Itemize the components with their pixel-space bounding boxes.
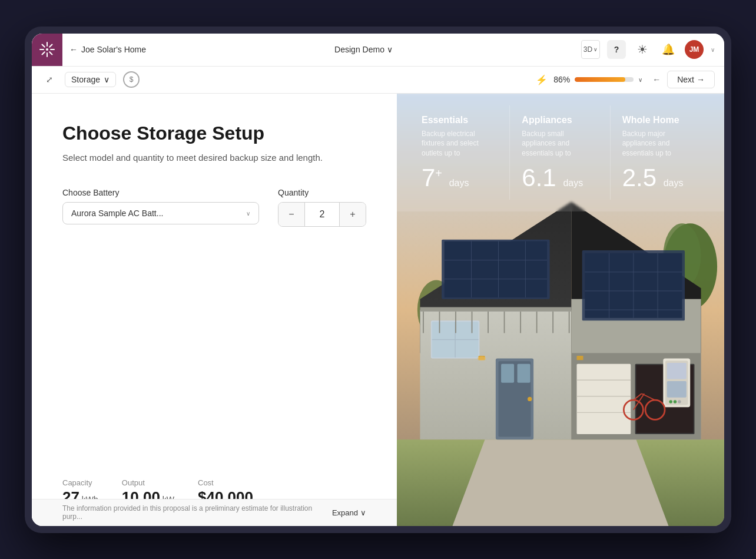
- dollar-icon-label: $: [130, 75, 134, 84]
- svg-point-31: [528, 396, 532, 401]
- sun-button[interactable]: ☀: [633, 40, 652, 59]
- backup-whole-home-days: 2.5 days: [622, 166, 699, 190]
- backup-essentials-title: Essentials: [422, 115, 499, 125]
- design-demo-chevron: ∨: [387, 45, 393, 54]
- top-nav: ← Joe Solar's Home Design Demo ∨ 3D ∨ ?: [32, 34, 724, 67]
- help-button[interactable]: ?: [607, 40, 626, 59]
- nav-right: 3D ∨ ? ☀ 🔔 JM ∨: [581, 40, 715, 59]
- minus-icon: −: [289, 209, 294, 220]
- output-label: Output: [122, 478, 174, 487]
- backup-appliances-desc: Backup small appliances and essentials u…: [522, 129, 599, 158]
- capacity-label: Capacity: [62, 478, 98, 487]
- battery-form-group: Choose Battery Aurora Sample AC Batt... …: [62, 188, 259, 227]
- svg-rect-78: [577, 355, 583, 359]
- svg-rect-65: [488, 311, 489, 333]
- backup-essentials-days: 7+ days: [422, 166, 499, 190]
- backup-whole-home-title: Whole Home: [622, 115, 699, 125]
- svg-point-58: [674, 400, 677, 403]
- svg-rect-62: [439, 311, 440, 333]
- svg-rect-23: [578, 365, 629, 432]
- svg-rect-32: [501, 363, 514, 382]
- expand-icon: ⤢: [46, 75, 53, 84]
- avatar-button[interactable]: JM: [685, 40, 704, 59]
- back-arrow-icon: ←: [69, 45, 78, 54]
- back-button[interactable]: ←: [648, 71, 665, 88]
- design-demo-label: Design Demo: [334, 45, 384, 54]
- svg-rect-63: [455, 311, 456, 333]
- svg-rect-39: [445, 241, 547, 297]
- svg-point-77: [478, 356, 486, 360]
- storage-dropdown[interactable]: Storage ∨: [65, 72, 116, 87]
- svg-line-6: [49, 52, 52, 54]
- svg-rect-56: [667, 381, 687, 398]
- expand-footer-icon: ∨: [360, 508, 366, 517]
- svg-rect-67: [520, 311, 521, 333]
- svg-line-5: [42, 45, 45, 47]
- svg-point-0: [46, 48, 48, 51]
- nav-center: Design Demo ∨: [146, 45, 581, 54]
- quantity-value: 2: [304, 202, 340, 227]
- battery-label: Choose Battery: [62, 188, 259, 197]
- left-panel: Choose Storage Setup Select model and qu…: [32, 94, 397, 526]
- expand-footer-button[interactable]: Expand ∨: [332, 508, 366, 517]
- main-content: Choose Storage Setup Select model and qu…: [32, 94, 724, 526]
- svg-point-59: [678, 400, 681, 403]
- svg-rect-33: [518, 363, 530, 382]
- svg-rect-60: [420, 307, 571, 311]
- three-d-label: 3D: [583, 45, 592, 54]
- avatar-initials: JM: [689, 45, 699, 54]
- back-arrow: ←: [652, 75, 661, 84]
- backup-whole-home-desc: Backup major appliances and essentials u…: [622, 129, 699, 158]
- toolbar: ⤢ Storage ∨ $ ⚡ 86% ∨: [32, 67, 724, 94]
- backup-card-essentials: Essentials Backup electrical fixtures an…: [411, 105, 510, 200]
- expand-footer-label: Expand: [332, 508, 358, 517]
- page-subtitle: Select model and quantity to meet desire…: [62, 151, 327, 165]
- progress-bar-container: [575, 77, 634, 82]
- backup-appliances-title: Appliances: [522, 115, 599, 125]
- cost-label: Cost: [198, 478, 253, 487]
- quantity-decrease-button[interactable]: −: [278, 202, 304, 227]
- battery-chevron: ∨: [246, 210, 250, 217]
- plus-icon: +: [350, 209, 355, 220]
- quantity-increase-button[interactable]: +: [340, 202, 366, 227]
- quantity-control: − 2 +: [278, 202, 366, 227]
- three-d-chevron: ∨: [593, 47, 598, 52]
- svg-rect-61: [423, 311, 424, 333]
- backup-essentials-desc: Backup electrical fixtures and select ou…: [422, 129, 499, 158]
- storage-chevron: ∨: [104, 75, 110, 84]
- backup-cards: Essentials Backup electrical fixtures an…: [397, 94, 724, 211]
- svg-marker-11: [453, 439, 669, 526]
- svg-rect-66: [504, 311, 505, 333]
- right-panel: Essentials Backup electrical fixtures an…: [397, 94, 724, 526]
- avatar-chevron: ∨: [711, 47, 715, 53]
- svg-rect-55: [667, 362, 687, 379]
- expand-button[interactable]: ⤢: [41, 71, 58, 88]
- back-nav[interactable]: ← Joe Solar's Home: [69, 45, 146, 54]
- toolbar-right: ⚡ 86% ∨ ← Next →: [536, 71, 715, 88]
- three-d-button[interactable]: 3D ∨: [581, 40, 600, 59]
- svg-rect-68: [536, 311, 538, 333]
- left-footer: The information provided in this proposa…: [32, 499, 397, 526]
- progress-bar-fill: [575, 77, 625, 82]
- bell-button[interactable]: 🔔: [659, 40, 678, 59]
- next-button[interactable]: Next →: [667, 71, 715, 88]
- form-section: Choose Battery Aurora Sample AC Batt... …: [62, 188, 366, 227]
- screen: ← Joe Solar's Home Design Demo ∨ 3D ∨ ?: [32, 34, 724, 526]
- design-demo-button[interactable]: Design Demo ∨: [334, 45, 393, 54]
- page-title: Choose Storage Setup: [62, 122, 366, 144]
- svg-rect-64: [472, 311, 473, 333]
- storage-label: Storage: [71, 75, 100, 84]
- progress-chevron[interactable]: ∨: [638, 77, 642, 83]
- sun-icon: ☀: [637, 42, 648, 57]
- dollar-button[interactable]: $: [123, 71, 140, 88]
- svg-point-57: [669, 400, 672, 403]
- battery-select[interactable]: Aurora Sample AC Batt... ∨: [62, 202, 259, 224]
- logo-icon: [39, 41, 55, 58]
- bolt-icon: ⚡: [536, 74, 548, 85]
- help-icon: ?: [614, 45, 619, 54]
- progress-section: 86% ∨: [553, 75, 642, 84]
- next-label: Next: [677, 75, 694, 84]
- quantity-form-group: Quantity − 2 +: [278, 188, 366, 227]
- svg-rect-69: [552, 311, 553, 333]
- backup-card-appliances: Appliances Backup small appliances and e…: [511, 105, 610, 200]
